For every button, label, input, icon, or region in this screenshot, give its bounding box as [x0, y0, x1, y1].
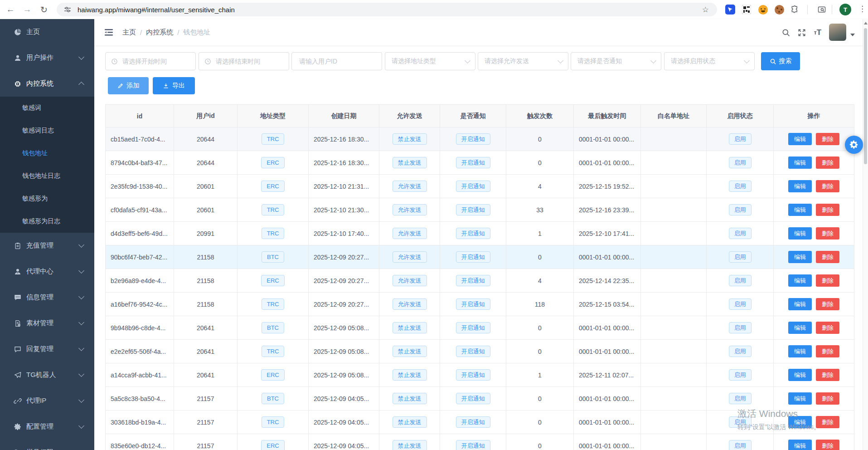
edit-button[interactable]: 编辑 — [788, 157, 812, 169]
delete-button[interactable]: 删除 — [816, 157, 839, 169]
extension-cookie-icon[interactable] — [774, 4, 785, 15]
delete-button[interactable]: 删除 — [816, 322, 839, 334]
reload-icon[interactable]: ↻ — [38, 4, 50, 15]
cell-id: d4d3eff5-bef6-49d... — [106, 222, 174, 245]
user-avatar[interactable] — [829, 24, 846, 41]
reading-mode-icon[interactable] — [816, 4, 827, 15]
cell-user-id: 21158 — [174, 269, 238, 293]
delete-button[interactable]: 删除 — [816, 227, 839, 240]
delete-button[interactable]: 删除 — [816, 180, 839, 192]
edit-button[interactable]: 编辑 — [788, 369, 812, 381]
fullscreen-icon[interactable] — [797, 28, 807, 38]
extensions-puzzle-icon[interactable] — [790, 4, 800, 15]
delete-button[interactable]: 删除 — [816, 274, 839, 287]
sidebar-item-internal-control[interactable]: 内控系统 — [0, 71, 94, 97]
sidebar-item-material-management[interactable]: 素材管理 — [0, 310, 94, 336]
sidebar-item-account-permission[interactable]: 帐号权限 — [0, 440, 94, 450]
sidebar-item-reply-management[interactable]: 回复管理 — [0, 336, 94, 362]
allow-send-tag: 允许发送 — [393, 251, 427, 263]
settings-fab[interactable] — [845, 136, 863, 154]
cell-status: 启用 — [707, 222, 774, 245]
delete-button[interactable]: 删除 — [816, 251, 839, 263]
sidebar-item-config-management[interactable]: 配置管理 — [0, 414, 94, 440]
delete-button[interactable]: 删除 — [816, 345, 839, 357]
sidebar-item-recharge-management[interactable]: 充值管理 — [0, 233, 94, 259]
sidebar-item-home[interactable]: 主页 — [0, 19, 94, 45]
allow-send-tag: 允许发送 — [393, 275, 427, 286]
breadcrumb: 主页 / 内控系统 / 钱包地址 — [122, 19, 210, 45]
back-icon[interactable]: ← — [5, 4, 16, 15]
edit-button[interactable]: 编辑 — [788, 251, 812, 263]
extension-emoji-icon[interactable] — [757, 4, 768, 15]
chevron-down-icon — [558, 58, 563, 64]
end-time-input[interactable] — [215, 57, 280, 65]
delete-button[interactable]: 删除 — [816, 298, 839, 310]
cell-user-id: 21157 — [174, 411, 238, 434]
site-settings-icon[interactable] — [64, 6, 71, 13]
sidebar-subitem-wallet-address[interactable]: 钱包地址 — [0, 142, 94, 165]
edit-button[interactable]: 编辑 — [788, 416, 812, 428]
delete-button[interactable]: 删除 — [816, 440, 839, 450]
delete-button[interactable]: 删除 — [816, 416, 839, 428]
edit-button[interactable]: 编辑 — [788, 298, 812, 310]
breadcrumb-home[interactable]: 主页 — [122, 28, 136, 37]
cell-id: b2e96a89-e4de-4... — [106, 269, 174, 293]
dashboard-icon — [14, 28, 22, 36]
cell-id: 8794c0b4-baf3-47... — [106, 151, 174, 175]
browser-profile-avatar[interactable]: T — [839, 4, 851, 15]
filter-notify-select[interactable]: 请选择是否通知 — [571, 52, 661, 70]
scrollbar-up-arrow[interactable] — [864, 22, 868, 24]
sidebar-item-agent-center[interactable]: 代理中心 — [0, 259, 94, 284]
filter-start-time[interactable] — [105, 52, 196, 70]
extension-cursor-icon[interactable] — [725, 4, 736, 15]
filter-address-type-select[interactable]: 请选择地址类型 — [385, 52, 475, 70]
edit-button[interactable]: 编辑 — [788, 204, 812, 216]
extension-qr-icon[interactable] — [741, 4, 752, 15]
cell-trigger-count: 0 — [506, 411, 574, 434]
bookmark-star-icon[interactable]: ☆ — [702, 5, 709, 15]
sidebar-item-info-management[interactable]: 信息管理 — [0, 284, 94, 310]
edit-button[interactable]: 编辑 — [788, 227, 812, 240]
delete-button[interactable]: 删除 — [816, 392, 839, 405]
export-button[interactable]: 导出 — [153, 77, 195, 94]
edit-button[interactable]: 编辑 — [788, 322, 812, 334]
user-id-input[interactable] — [298, 57, 377, 65]
sidebar-item-proxy-ip[interactable]: 代理IP — [0, 388, 94, 414]
sidebar-subitem-sensitive-words-log[interactable]: 敏感词日志 — [0, 119, 94, 142]
filter-allow-send-select[interactable]: 请选择允许发送 — [478, 52, 568, 70]
address-bar[interactable]: haiwang.app/miwang#/internal/user_sensit… — [57, 3, 717, 16]
sidebar-item-tg-robot[interactable]: TG机器人 — [0, 362, 94, 388]
browser-menu-icon[interactable]: ⋮ — [858, 4, 866, 14]
avatar-caret-icon[interactable] — [850, 34, 855, 36]
sidebar-subitem-sensitive-behavior-log[interactable]: 敏感形为日志 — [0, 210, 94, 233]
edit-button[interactable]: 编辑 — [788, 133, 812, 145]
edit-button[interactable]: 编辑 — [788, 180, 812, 192]
filter-end-time[interactable] — [199, 52, 289, 70]
delete-button[interactable]: 删除 — [816, 133, 839, 145]
scrollbar-thumb[interactable] — [864, 28, 867, 164]
search-button[interactable]: 搜索 — [761, 52, 800, 70]
edit-button[interactable]: 编辑 — [788, 392, 812, 405]
address-type-tag: BTC — [262, 251, 284, 263]
filter-enabled-select[interactable]: 请选择启用状态 — [664, 52, 755, 70]
breadcrumb-internal-control[interactable]: 内控系统 — [146, 28, 173, 37]
sidebar-subitem-sensitive-words[interactable]: 敏感词 — [0, 97, 94, 119]
sidebar-item-user-operations[interactable]: 用户操作 — [0, 45, 94, 71]
add-button[interactable]: 添加 — [108, 77, 149, 94]
text-size-icon[interactable]: тT — [813, 28, 823, 38]
delete-button[interactable]: 删除 — [816, 369, 839, 381]
hamburger-icon[interactable] — [103, 27, 114, 38]
cell-created: 2025-12-09 05:08... — [309, 316, 379, 340]
edit-button[interactable]: 编辑 — [788, 345, 812, 357]
delete-button[interactable]: 删除 — [816, 204, 839, 216]
edit-button[interactable]: 编辑 — [788, 440, 812, 450]
filter-user-id[interactable] — [291, 52, 382, 70]
start-time-input[interactable] — [121, 57, 187, 65]
sidebar-item-label: 用户操作 — [26, 54, 53, 62]
sidebar-subitem-wallet-address-log[interactable]: 钱包地址日志 — [0, 165, 94, 187]
search-icon[interactable] — [781, 28, 791, 38]
edit-button[interactable]: 编辑 — [788, 274, 812, 287]
page-scrollbar[interactable] — [863, 19, 868, 450]
sidebar-subitem-sensitive-behavior[interactable]: 敏感形为 — [0, 187, 94, 210]
forward-icon[interactable]: → — [21, 4, 33, 15]
